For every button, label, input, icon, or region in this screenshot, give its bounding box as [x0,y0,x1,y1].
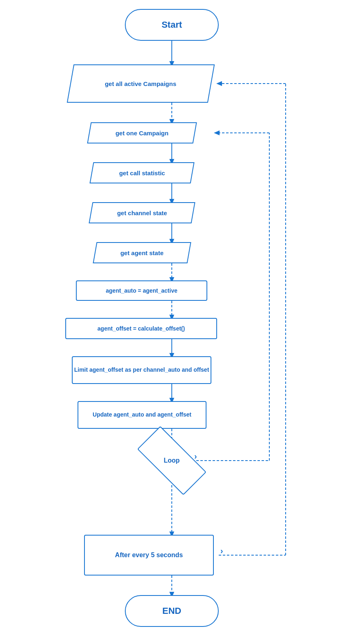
limit-agent-offset-node: Limit agent_offset as per channel_auto a… [72,356,211,384]
flowchart-diagram: › › Start get all active Campaigns get o… [0,0,344,644]
svg-text:›: › [220,546,223,555]
update-agent-node: Update agent_auto and agent_offset [78,401,206,429]
end-node: END [125,595,219,627]
get-channel-state-node: get channel state [89,202,195,223]
start-node: Start [125,9,219,41]
agent-offset-node: agent_offset = calculate_offset() [65,318,217,339]
get-campaigns-node: get all active Campaigns [67,64,215,103]
get-agent-state-node: get agent state [93,242,191,263]
get-one-campaign-node: get one Campaign [87,122,197,143]
loop-node: Loop [137,426,206,495]
after-every-node: After every 5 seconds [84,535,214,576]
get-call-statistic-node: get call statistic [89,162,194,183]
svg-text:›: › [194,452,197,461]
agent-auto-node: agent_auto = agent_active [76,280,207,301]
